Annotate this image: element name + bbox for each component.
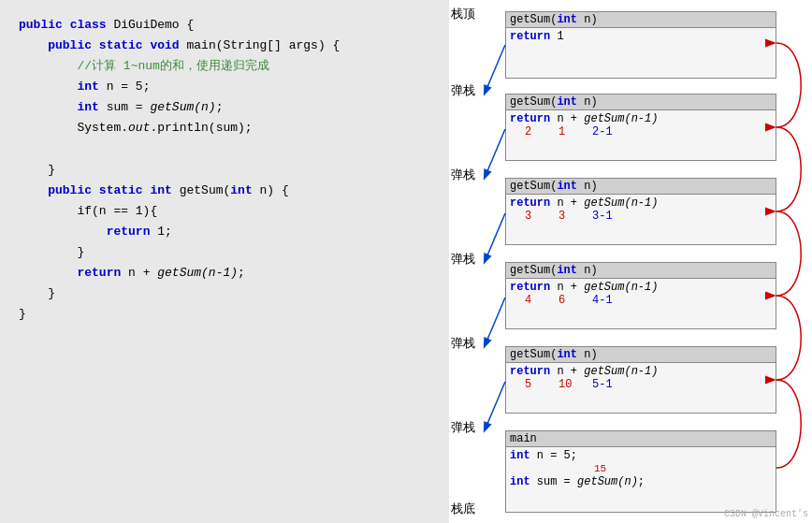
stack-top-label: 栈顶: [451, 6, 475, 22]
frame-4-body: return n + getSum(n-1) 4 6 4-1: [506, 279, 776, 309]
svg-line-2: [485, 213, 505, 262]
code-line-6: System.out.println(sum);: [19, 118, 430, 138]
pop-label-5: 弹栈: [451, 419, 475, 436]
pop-label-3: 弹栈: [451, 251, 475, 268]
frame-3-header: getSum(int n): [506, 179, 776, 195]
frame-2-body: return n + getSum(n-1) 2 1 2-1: [506, 110, 776, 140]
frame-2-header: getSum(int n): [506, 94, 776, 110]
frame-5-body: return n + getSum(n-1) 5 10 5-1: [506, 363, 776, 393]
svg-line-3: [485, 298, 505, 346]
code-line-12: }: [19, 242, 430, 263]
code-line-4: int n = 5;: [19, 77, 430, 97]
pop-label-4: 弹栈: [451, 335, 475, 352]
frame-1: getSum(int n) return 1: [505, 11, 776, 79]
code-line-8: }: [19, 160, 430, 181]
code-line-15: }: [19, 304, 430, 325]
frame-2: getSum(int n) return n + getSum(n-1) 2 1…: [505, 94, 776, 161]
frame-4-header: getSum(int n): [506, 263, 776, 279]
code-line-3: //计算 1~num的和，使用递归完成: [19, 56, 430, 77]
frame-3: getSum(int n) return n + getSum(n-1) 3 3…: [505, 178, 776, 245]
frame-3-body: return n + getSum(n-1) 3 3 3-1: [506, 195, 776, 225]
pop-label-1: 弹栈: [451, 82, 475, 99]
code-line-1: public class DiGuiDemo {: [19, 15, 430, 36]
code-line-10: if(n == 1){: [19, 201, 430, 222]
svg-line-0: [485, 45, 505, 94]
frame-main-body: int n = 5; 15 int sum = getSum(n);: [506, 447, 776, 490]
stack-bottom-label: 栈底: [451, 501, 475, 517]
pop-label-2: 弹栈: [451, 167, 475, 183]
code-line-2: public static void main(String[] args) {: [19, 36, 430, 56]
code-line-13: return n + getSum(n-1);: [19, 263, 430, 283]
watermark: CSDN @Vincent's: [724, 509, 808, 519]
frame-4: getSum(int n) return n + getSum(n-1) 4 6…: [505, 262, 776, 329]
svg-line-1: [485, 129, 505, 178]
code-line-11: return 1;: [19, 222, 430, 242]
code-panel: public class DiGuiDemo { public static v…: [0, 0, 449, 523]
code-line-9: public static int getSum(int n) {: [19, 181, 430, 201]
frame-1-body: return 1: [506, 28, 776, 45]
frame-main: main int n = 5; 15 int sum = getSum(n);: [505, 430, 776, 513]
frame-1-header: getSum(int n): [506, 12, 776, 28]
frame-5-header: getSum(int n): [506, 347, 776, 363]
svg-line-4: [485, 382, 505, 430]
diagram-panel: 栈顶 栈底 弹栈 弹栈 弹栈 弹栈 弹栈 getSum(int n) retur…: [449, 0, 812, 523]
frame-main-header: main: [506, 431, 776, 447]
code-line-5: int sum = getSum(n);: [19, 97, 430, 118]
frame-5: getSum(int n) return n + getSum(n-1) 5 1…: [505, 346, 776, 414]
code-line-14: }: [19, 283, 430, 304]
code-line-7: [19, 139, 430, 160]
